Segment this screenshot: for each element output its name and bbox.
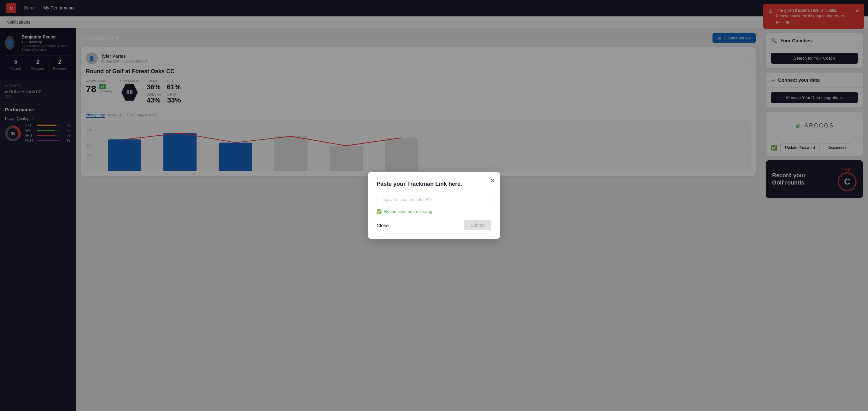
modal-footer: Close Submit xyxy=(377,220,491,230)
trackman-modal: ✕ Paste your Trackman Link here. ✅ Repor… xyxy=(368,172,500,239)
modal-submit-button: Submit xyxy=(464,220,491,230)
modal-close-button[interactable]: Close xyxy=(377,223,389,228)
modal-title: Paste your Trackman Link here. xyxy=(377,181,491,187)
modal-overlay[interactable]: ✕ Paste your Trackman Link here. ✅ Repor… xyxy=(0,0,868,411)
modal-close-x-button[interactable]: ✕ xyxy=(490,177,495,185)
success-message: ✅ Report sent for processing xyxy=(377,209,491,214)
success-text: Report sent for processing xyxy=(384,209,432,214)
success-icon: ✅ xyxy=(377,209,382,214)
trackman-link-input[interactable] xyxy=(377,194,491,205)
